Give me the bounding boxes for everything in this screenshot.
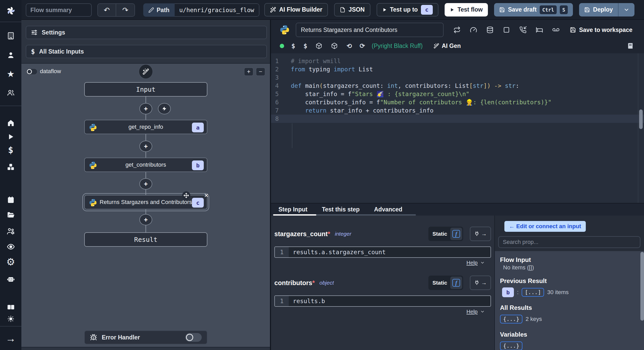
retries-button[interactable] [453, 26, 461, 33]
ai-gen-button[interactable]: AI Gen [434, 42, 461, 49]
flow-summary-input[interactable] [26, 3, 92, 17]
code-line[interactable]: 6 contributors_info = f"Number of contri… [271, 98, 644, 106]
sidebar-item-favorites[interactable]: ★ [0, 67, 21, 81]
graph-node-input[interactable]: Input [84, 82, 207, 97]
cache-button[interactable] [486, 26, 494, 33]
all-results-object-chip[interactable]: {...} [500, 315, 522, 323]
expr-segment[interactable]: f [450, 228, 462, 240]
chevron-down-icon[interactable] [480, 260, 485, 265]
sidebar-item-ai[interactable] [0, 272, 21, 286]
variables-picker-button[interactable]: $ [291, 42, 295, 50]
sidebar-item-workspace[interactable] [0, 29, 21, 42]
static-expr-toggle[interactable]: Static f [428, 227, 463, 241]
add-step-button[interactable]: + [139, 103, 152, 114]
lifetime-button[interactable] [552, 26, 560, 33]
error-handler-node[interactable]: Error Handler [84, 330, 207, 344]
reset-code-button[interactable]: ⟲ [346, 42, 352, 50]
windmill-logo[interactable] [0, 4, 21, 18]
previous-result-badge[interactable]: b [502, 287, 514, 297]
graph-node-step-b[interactable]: get_contributors b [84, 158, 207, 172]
static-expr-toggle[interactable]: Static f [428, 276, 463, 290]
sidebar-item-theme-toggle[interactable] [0, 313, 21, 325]
expr-segment[interactable]: f [450, 277, 462, 289]
package-lock-button[interactable] [331, 42, 338, 49]
code-assistants-status[interactable]: (Pyright Black Ruff) [372, 42, 423, 49]
graph-node-step-c-selected[interactable]: Returns Stargazers and Contributors c × [84, 195, 207, 209]
resources-picker-button[interactable]: $ [303, 42, 307, 50]
add-step-button[interactable]: + [139, 214, 152, 225]
ai-graph-assistant-button[interactable] [139, 64, 153, 79]
deploy-dropdown-button[interactable] [618, 3, 634, 16]
sidebar-item-user[interactable] [0, 48, 21, 62]
connect-input-button[interactable]: → [470, 276, 491, 290]
ai-flow-builder-button[interactable]: AI Flow Builder [264, 3, 328, 16]
sleep-button[interactable] [536, 26, 543, 33]
tab-test-this-step[interactable]: Test this step [322, 206, 360, 213]
code-line[interactable]: 2from typing import List [271, 65, 644, 73]
sidebar-item-settings[interactable]: ⚙ [0, 255, 21, 269]
sidebar-item-home[interactable] [0, 116, 21, 130]
test-up-to-button[interactable]: Test up to c [377, 3, 438, 16]
sidebar-item-groups[interactable] [0, 86, 21, 99]
add-step-button[interactable]: + [139, 141, 152, 152]
delete-node-button[interactable]: × [202, 191, 210, 200]
previous-result-array-chip[interactable]: [...] [522, 288, 544, 297]
code-line[interactable]: 5 star_info = f"Stars 🌠 : {stargazers_co… [271, 90, 644, 98]
expr-editor[interactable]: 1 results.b [274, 295, 491, 307]
sidebar-item-variables[interactable]: $ [0, 143, 21, 157]
reload-button[interactable]: ⟳ [360, 42, 365, 50]
tab-advanced[interactable]: Advanced [374, 206, 402, 213]
trigger-button[interactable] [158, 103, 171, 114]
error-handler-toggle[interactable] [185, 333, 202, 342]
help-link[interactable]: Help [467, 260, 478, 266]
connect-input-button[interactable]: → [470, 227, 491, 241]
script-library-button[interactable] [627, 42, 634, 49]
sidebar-item-schedules[interactable] [0, 193, 21, 207]
undo-button[interactable]: ↶ [98, 4, 116, 16]
path-group[interactable]: Path u/henri/gracious_flow [143, 3, 259, 17]
sidebar-item-audit-logs[interactable] [0, 240, 21, 253]
props-scrollbar-thumb[interactable] [640, 252, 644, 321]
edit-connect-input-button[interactable]: ← Edit or connect an input [504, 221, 586, 232]
early-stop-button[interactable] [470, 26, 477, 33]
all-static-inputs-button[interactable]: $ All Static Inputs [26, 45, 267, 58]
move-node-handle[interactable] [182, 191, 190, 200]
graph-node-result[interactable]: Result [84, 232, 207, 247]
scrollbar-thumb[interactable] [639, 109, 643, 129]
expr-editor[interactable]: 1 results.a.stargazers_count [274, 246, 491, 258]
path-value[interactable]: u/henri/gracious_flow [175, 3, 259, 17]
sidebar-item-workers[interactable] [0, 225, 21, 238]
mock-button[interactable] [503, 26, 510, 33]
save-draft-button[interactable]: Save draft Ctrl S [494, 3, 573, 16]
sidebar-item-runs[interactable] [0, 130, 21, 143]
code-line[interactable]: 3 [271, 73, 644, 82]
zoom-in-button[interactable]: + [244, 67, 253, 76]
package-button[interactable] [316, 42, 322, 49]
save-to-workspace-button[interactable]: Save to workspace [570, 27, 632, 33]
zoom-out-button[interactable]: − [256, 67, 265, 76]
graph-node-step-a[interactable]: get_repo_info a [84, 120, 207, 134]
test-flow-button[interactable]: Test flow [445, 3, 488, 16]
code-line[interactable]: 8 [271, 115, 644, 123]
sidebar-expand-button[interactable]: → [0, 332, 21, 345]
step-title-input[interactable] [296, 23, 444, 37]
flow-settings-button[interactable]: Settings [26, 26, 267, 39]
redo-button[interactable]: ↷ [116, 4, 134, 16]
code-line[interactable]: 7 return star_info + contributors_info [271, 106, 644, 115]
deploy-button[interactable]: Deploy [579, 3, 618, 16]
code-editor[interactable]: 1# import wmill2from typing import List3… [271, 53, 644, 203]
search-prop-input[interactable] [498, 236, 640, 248]
help-link[interactable]: Help [467, 309, 478, 315]
code-line[interactable]: 1# import wmill [271, 57, 644, 65]
tab-step-input[interactable]: Step Input [278, 206, 307, 213]
suspend-button[interactable] [519, 26, 527, 33]
variables-object-chip[interactable]: {...} [500, 342, 522, 350]
panel-divider[interactable] [270, 20, 271, 350]
sidebar-item-docs[interactable] [0, 300, 21, 314]
code-line[interactable]: 4def main(stargazers_count: int, contrib… [271, 82, 644, 90]
json-button[interactable]: JSON [334, 3, 370, 16]
sidebar-item-resources[interactable] [0, 160, 21, 174]
add-step-button[interactable]: + [139, 178, 152, 190]
chevron-down-icon[interactable] [480, 309, 485, 314]
dataflow-toggle[interactable] [26, 68, 38, 75]
